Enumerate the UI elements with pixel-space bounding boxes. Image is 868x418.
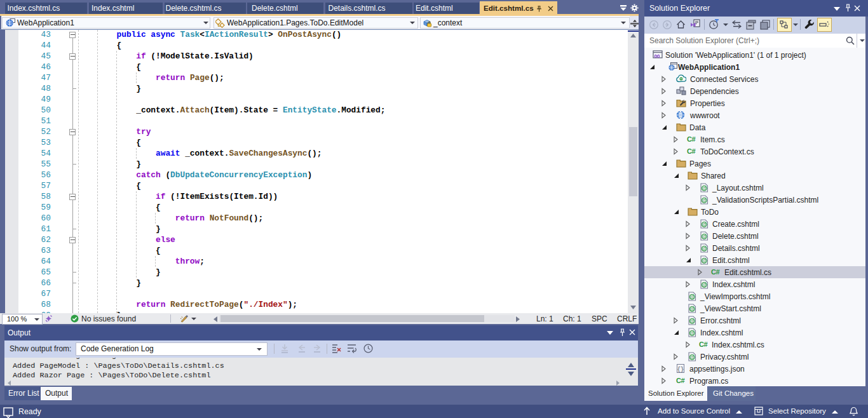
svg-text:@: @	[689, 293, 695, 300]
svg-text:@: @	[702, 245, 707, 252]
svg-text:@: @	[689, 354, 695, 360]
svg-text:@: @	[702, 185, 707, 191]
svg-text:@: @	[702, 257, 707, 264]
svg-text:@: @	[702, 197, 707, 203]
svg-text:@: @	[702, 281, 707, 288]
svg-text:@: @	[689, 330, 695, 336]
svg-text:@: @	[702, 221, 707, 227]
svg-text:@: @	[689, 318, 695, 324]
svg-text:@: @	[702, 233, 707, 239]
svg-text:@: @	[689, 306, 695, 312]
svg-text:{}: {}	[677, 367, 684, 373]
